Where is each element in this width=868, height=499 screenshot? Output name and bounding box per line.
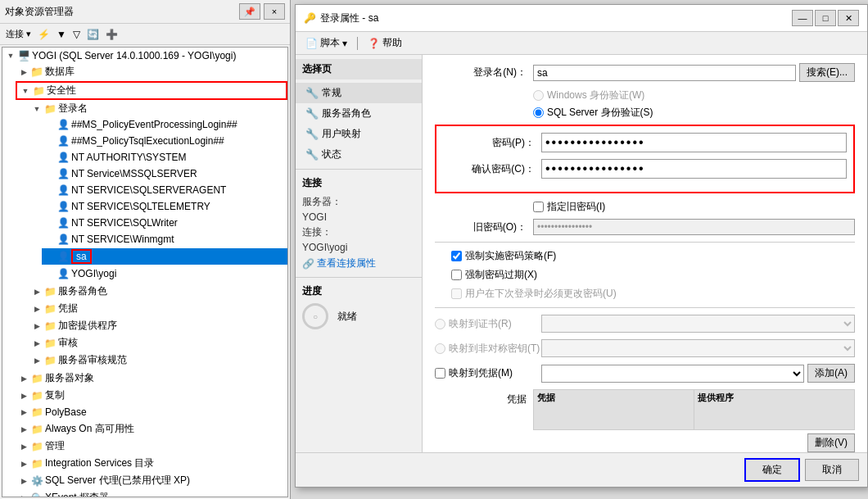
login-name-input[interactable] — [533, 65, 796, 81]
filter-icon: ▽ — [73, 29, 80, 40]
login-item-1[interactable]: 👤 ##MS_PolicyEventProcessingLogin## — [42, 116, 287, 133]
login-item-6[interactable]: 👤 NT SERVICE\SQLTELEMETRY — [42, 198, 287, 215]
expand-replication[interactable]: ▶ — [17, 392, 30, 400]
login-name-label: 登录名(N)： — [435, 66, 533, 79]
mapped-cred-table-wrap: 凭据 提供程序 删除(V) — [533, 389, 855, 452]
expand-server-obj[interactable]: ▶ — [17, 374, 30, 383]
crypto-node[interactable]: ▶ 📁 加密提供程序 — [29, 317, 287, 334]
maximize-button[interactable]: □ — [815, 10, 836, 26]
integration-node[interactable]: ▶ 📁 Integration Services 目录 — [16, 455, 287, 472]
enforce-policy-checkbox[interactable] — [451, 251, 462, 261]
audit-node[interactable]: ▶ 📁 审核 — [29, 334, 287, 352]
script-button[interactable]: 📄 脚本 ▾ — [302, 34, 350, 52]
xevent-node[interactable]: ▶ 🔍 XEvent 探查器 — [16, 489, 287, 497]
map-cert-radio-wrap: 映射到证书(R) — [435, 317, 541, 331]
specify-old-password-checkbox[interactable] — [533, 202, 544, 212]
cancel-button[interactable]: 取消 — [805, 459, 859, 481]
expand-sqlagent[interactable]: ▶ — [17, 477, 30, 485]
expand-alwayson[interactable]: ▶ — [17, 425, 30, 433]
replication-node[interactable]: ▶ 📁 复制 — [16, 387, 287, 404]
view-connection-link[interactable]: 🔗 查看连接属性 — [302, 256, 415, 270]
toolbar-btn-3[interactable]: ▼ — [54, 28, 69, 41]
expand-crypto[interactable]: ▶ — [30, 322, 43, 330]
minimize-button[interactable]: — — [792, 10, 813, 26]
expand-integration[interactable]: ▶ — [17, 460, 30, 468]
expand-audit-specs[interactable]: ▶ — [30, 356, 43, 365]
sqlagent-icon: ⚙️ — [30, 474, 43, 488]
expand-polybase[interactable]: ▶ — [17, 408, 30, 416]
login-item-8[interactable]: 👤 NT SERVICE\Winmgmt — [42, 231, 287, 247]
map-asymkey-radio-wrap: 映射到非对称密钥(T) — [435, 342, 541, 356]
login-sa[interactable]: 👤 sa — [42, 247, 287, 265]
login-icon-3: 👤 — [57, 151, 70, 164]
remove-credential-button[interactable]: 删除(V) — [807, 433, 855, 452]
sql-auth-radio[interactable] — [533, 107, 544, 118]
map-asymkey-select — [541, 339, 855, 357]
selection-item-mapping[interactable]: 🔧 用户映射 — [296, 124, 422, 144]
expand-mgmt[interactable]: ▶ — [17, 442, 30, 451]
login-item-yogi[interactable]: 👤 YOGI\yogi — [42, 265, 287, 282]
expand-xevent[interactable]: ▶ — [17, 494, 30, 498]
login-item-7[interactable]: 👤 NT SERVICE\SQLWriter — [42, 215, 287, 231]
connect-button[interactable]: 连接 ▾ — [3, 27, 34, 41]
enforce-expiration-checkbox[interactable] — [451, 270, 462, 280]
credentials-node[interactable]: ▶ 📁 凭据 — [29, 300, 287, 317]
login-icon-sa: 👤 — [57, 250, 70, 263]
folder-icon-alwayson: 📁 — [30, 423, 43, 436]
expand-security[interactable]: ▼ — [19, 87, 32, 95]
selection-item-roles[interactable]: 🔧 服务器角色 — [296, 103, 422, 124]
audit-specs-node[interactable]: ▶ 📁 服务器审核规范 — [29, 352, 287, 369]
old-password-input — [533, 219, 855, 235]
close-dialog-button[interactable]: ✕ — [838, 10, 859, 26]
close-button-left[interactable]: × — [264, 3, 285, 20]
login-item-5[interactable]: 👤 NT SERVICE\SQLSERVERAGENT — [42, 182, 287, 198]
windows-auth-radio[interactable] — [533, 90, 544, 101]
security-node[interactable]: ▼ 📁 安全性 ▼ 📁 登录名 — [16, 80, 287, 370]
left-panel-titlebar: 对象资源管理器 📌 × — [0, 0, 290, 24]
toolbar-btn-filter[interactable]: ▽ — [70, 28, 83, 41]
enforce-expiration-row: 强制密码过期(X) — [451, 268, 855, 282]
folder-icon-mgmt: 📁 — [30, 440, 43, 453]
expand-creds[interactable]: ▶ — [30, 305, 43, 313]
polybase-node[interactable]: ▶ 📁 PolyBase — [16, 404, 287, 420]
map-cred-checkbox[interactable] — [435, 368, 445, 379]
server-roles-label: 服务器角色 — [58, 284, 107, 298]
folder-icon-logins: 📁 — [43, 102, 57, 116]
login-label-yogi: YOGI\yogi — [71, 268, 116, 279]
add-credential-button[interactable]: 添加(A) — [807, 364, 855, 383]
selection-item-status[interactable]: 🔧 状态 — [296, 144, 422, 165]
connection-label-conn: 连接： — [302, 226, 332, 238]
expand-server-roles[interactable]: ▶ — [30, 288, 43, 296]
login-label-7: NT SERVICE\SQLWriter — [71, 217, 178, 229]
expand-databases[interactable]: ▶ — [17, 68, 30, 76]
management-node[interactable]: ▶ 📁 管理 — [16, 438, 287, 455]
folder-icon-crypto: 📁 — [43, 320, 57, 333]
password-input[interactable] — [541, 133, 847, 152]
sqlagent-node[interactable]: ▶ ⚙️ SQL Server 代理(已禁用代理 XP) — [16, 472, 287, 489]
ok-button[interactable]: 确定 — [744, 458, 800, 482]
help-button[interactable]: ❓ 帮助 — [364, 34, 405, 52]
expand-audit[interactable]: ▶ — [30, 339, 43, 347]
map-cred-select[interactable] — [541, 365, 804, 383]
logins-node[interactable]: ▼ 📁 登录名 👤 ##MS_Polic — [29, 100, 287, 283]
map-cert-select — [541, 315, 855, 333]
server-roles-node[interactable]: ▶ 📁 服务器角色 — [29, 283, 287, 300]
login-item-2[interactable]: 👤 ##MS_PolicyTsqlExecutionLogin## — [42, 133, 287, 149]
toolbar-btn-2[interactable]: ⚡ — [35, 28, 52, 41]
server-node[interactable]: ▼ 🖥️ YOGI (SQL Server 14.0.1000.169 - YO… — [2, 48, 287, 497]
expand-logins[interactable]: ▼ — [30, 105, 43, 113]
login-item-4[interactable]: 👤 NT Service\MSSQLSERVER — [42, 166, 287, 182]
confirm-password-input[interactable] — [541, 159, 847, 179]
toolbar-btn-refresh[interactable]: 🔄 — [84, 28, 102, 41]
pin-button[interactable]: 📌 — [239, 3, 260, 20]
search-button[interactable]: 搜索(E)... — [799, 63, 855, 82]
mapped-cred-table: 凭据 提供程序 — [533, 389, 855, 430]
databases-node[interactable]: ▶ 📁 数据库 — [16, 63, 287, 80]
selection-item-general[interactable]: 🔧 常规 — [296, 83, 422, 103]
alwayson-node[interactable]: ▶ 📁 Always On 高可用性 — [16, 420, 287, 438]
login-item-3[interactable]: 👤 NT AUTHORITY\SYSTEM — [42, 149, 287, 166]
expand-server[interactable]: ▼ — [4, 52, 17, 60]
server-objects-node[interactable]: ▶ 📁 服务器对象 — [16, 370, 287, 387]
map-cert-radio — [435, 319, 445, 329]
toolbar-btn-add[interactable]: ➕ — [103, 28, 120, 41]
